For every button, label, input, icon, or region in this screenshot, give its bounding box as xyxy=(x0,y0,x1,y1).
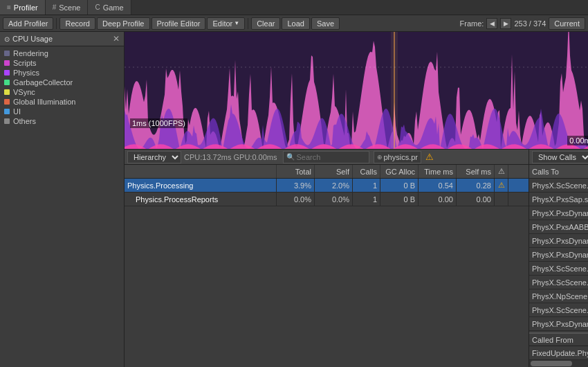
current-button[interactable]: Current xyxy=(549,17,585,30)
legend-item-ui: UI xyxy=(4,107,120,116)
calls-row[interactable]: PhysX.PxsAABBManager.s 2 xyxy=(529,220,588,234)
calls-row[interactable]: PhysX.ScScene.ccdBroadf 1 xyxy=(529,276,588,289)
th-total[interactable]: Total xyxy=(277,165,315,178)
timeline-ms-label1: 1ms (1000FPS) xyxy=(130,118,187,128)
legend-item-physics: Physics xyxy=(4,69,120,77)
calls-row[interactable]: PhysX.PxsDynamics.solve 1 xyxy=(529,206,588,220)
th-selfms[interactable]: Self ms xyxy=(457,165,495,178)
legend-item-gi: Global Illumination xyxy=(4,98,120,106)
h-scrollbar[interactable] xyxy=(529,360,588,367)
search-input[interactable] xyxy=(297,153,366,161)
calls-row[interactable]: PhysX.PxsSap.sapPostUpc 2 xyxy=(529,193,588,206)
ui-dot xyxy=(4,109,10,114)
frame-prev-button[interactable]: ◀ xyxy=(486,18,497,29)
called-from-body: FixedUpdate.PhysicsFixed 1 0. xyxy=(529,346,588,360)
td-selfms-0: 0.28 xyxy=(457,179,495,192)
calls-toolbar: Show Calls Physics.Processing - Total ti… xyxy=(529,150,588,165)
td-calls-0: 1 xyxy=(353,179,380,192)
add-profiler-button[interactable]: Add Profiler xyxy=(3,17,53,30)
tab-profiler[interactable]: ≡ Profiler xyxy=(0,0,46,15)
th-gcalloc[interactable]: GC Alloc xyxy=(380,165,419,178)
physics-label: Physics xyxy=(13,69,39,77)
ctd-name-6: PhysX.ScScene.updateDy xyxy=(529,262,588,275)
th-calls[interactable]: Calls xyxy=(353,165,380,178)
td-name-0: Physics.Processing xyxy=(125,179,277,192)
vsync-label: VSync xyxy=(13,88,35,96)
called-from-header: Called From Calls Time xyxy=(529,332,588,346)
calls-row[interactable]: PhysX.ScScene.updateDy 1 xyxy=(529,262,588,276)
profile-editor-button[interactable]: Profile Editor xyxy=(151,17,206,30)
calls-row[interactable]: PhysX.PxsDynamics.solve 1 xyxy=(529,234,588,248)
tab-scene[interactable]: # Scene xyxy=(46,0,89,15)
td-gcalloc-1: 0 B xyxy=(380,193,419,206)
calls-row[interactable]: PhysX.NpScene.completio 1 xyxy=(529,289,588,303)
record-button[interactable]: Record xyxy=(59,17,95,30)
cpu-usage-header: ⊙ CPU Usage ✕ xyxy=(0,32,124,46)
calls-row[interactable]: PhysX.ScScene.postBroac 1 xyxy=(529,179,588,193)
ctd-name-8: PhysX.NpScene.completio xyxy=(529,289,588,303)
th-self[interactable]: Self xyxy=(315,165,353,178)
calls-row[interactable]: PhysX.PxsDynamics.solve 1 xyxy=(529,248,588,262)
gi-label: Global Illumination xyxy=(13,98,76,106)
editor-label: Editor xyxy=(212,19,232,28)
table-body: Physics.Processing 3.9% 2.0% 1 0 B 0.54 … xyxy=(125,179,529,367)
timeline-ms-label2: 0.00ms xyxy=(567,136,588,145)
close-button[interactable]: ✕ xyxy=(113,34,120,44)
gi-dot xyxy=(4,99,10,105)
gc-label: GarbageCollector xyxy=(13,78,73,87)
td-timems-1: 0.00 xyxy=(419,193,457,206)
vsync-dot xyxy=(4,89,10,95)
left-panel: ⊙ CPU Usage ✕ Rendering Scripts Physics … xyxy=(0,32,125,367)
hierarchy-mode-select[interactable]: Hierarchy xyxy=(127,151,181,163)
timeline-container[interactable]: Selected: Physics.Processing 1ms (1000FP… xyxy=(125,32,588,150)
save-button[interactable]: Save xyxy=(311,17,340,30)
rendering-label: Rendering xyxy=(13,49,48,57)
td-warn-1 xyxy=(495,193,508,206)
td-calls-1: 1 xyxy=(353,193,380,206)
legend-list: Rendering Scripts Physics GarbageCollect… xyxy=(0,46,124,128)
table-row[interactable]: Physics.Processing 3.9% 2.0% 1 0 B 0.54 … xyxy=(125,179,529,193)
td-gcalloc-0: 0 B xyxy=(380,179,419,192)
bottom-split: Hierarchy CPU:13.72ms GPU:0.00ms 🔍 ⊕ phy… xyxy=(125,150,588,367)
calls-mode-select[interactable]: Show Calls xyxy=(532,151,588,163)
clear-button[interactable]: Clear xyxy=(251,17,280,30)
th-warn: ⚠ xyxy=(495,165,508,178)
td-selfms-1: 0.00 xyxy=(457,193,495,206)
legend-item-others: Others xyxy=(4,117,120,125)
others-label: Others xyxy=(13,117,36,125)
calls-row[interactable]: PhysX.PxsDynamics.solve 1 xyxy=(529,317,588,331)
load-button[interactable]: Load xyxy=(282,17,309,30)
gc-dot xyxy=(4,80,10,85)
td-self-1: 0.0% xyxy=(315,193,353,206)
calls-body: PhysX.ScScene.postBroac 1 PhysX.PxsSap.s… xyxy=(529,179,588,332)
h-scrollbar-thumb[interactable] xyxy=(531,361,572,366)
th-timems[interactable]: Time ms xyxy=(419,165,457,178)
td-warn-0: ⚠ xyxy=(495,179,508,192)
profiler-tab-icon: ≡ xyxy=(7,3,11,11)
cpu-stats: CPU:13.72ms GPU:0.00ms xyxy=(184,153,277,161)
ctd-name-4: PhysX.PxsDynamics.solve xyxy=(529,234,588,247)
ctd-name-10: PhysX.PxsDynamics.solve xyxy=(529,317,588,330)
calls-to-header: Calls To Calls Time xyxy=(529,165,588,179)
table-row[interactable]: Physics.ProcessReports 0.0% 0.0% 1 0 B 0… xyxy=(125,193,529,206)
td-self-0: 2.0% xyxy=(315,179,353,192)
called-from-row[interactable]: FixedUpdate.PhysicsFixed 1 0. xyxy=(529,346,588,360)
tab-game[interactable]: C Game xyxy=(88,0,131,15)
table-header: Total Self Calls GC Alloc Time ms Self m… xyxy=(125,165,529,179)
main-layout: ⊙ CPU Usage ✕ Rendering Scripts Physics … xyxy=(0,32,588,367)
ui-label: UI xyxy=(13,107,21,116)
cth-called-from: Called From xyxy=(529,334,588,346)
frame-next-button[interactable]: ▶ xyxy=(500,18,511,29)
deep-profile-button[interactable]: Deep Profile xyxy=(97,17,150,30)
legend-item-rendering: Rendering xyxy=(4,49,120,57)
scene-tab-icon: # xyxy=(53,3,57,11)
calls-row[interactable]: PhysX.ScScene.postCCDF 1 xyxy=(529,303,588,317)
editor-button[interactable]: Editor ▼ xyxy=(207,17,245,30)
frame-display: 253 / 374 xyxy=(514,19,546,28)
ctd-name-9: PhysX.ScScene.postCCDF xyxy=(529,303,588,316)
legend-item-gc: GarbageCollector xyxy=(4,78,120,87)
ctd-name-7: PhysX.ScScene.ccdBroadf xyxy=(529,276,588,289)
legend-item-vsync: VSync xyxy=(4,88,120,96)
hierarchy-toolbar: Hierarchy CPU:13.72ms GPU:0.00ms 🔍 ⊕ phy… xyxy=(125,150,529,165)
filter-file-label: physics.pr xyxy=(384,153,419,161)
